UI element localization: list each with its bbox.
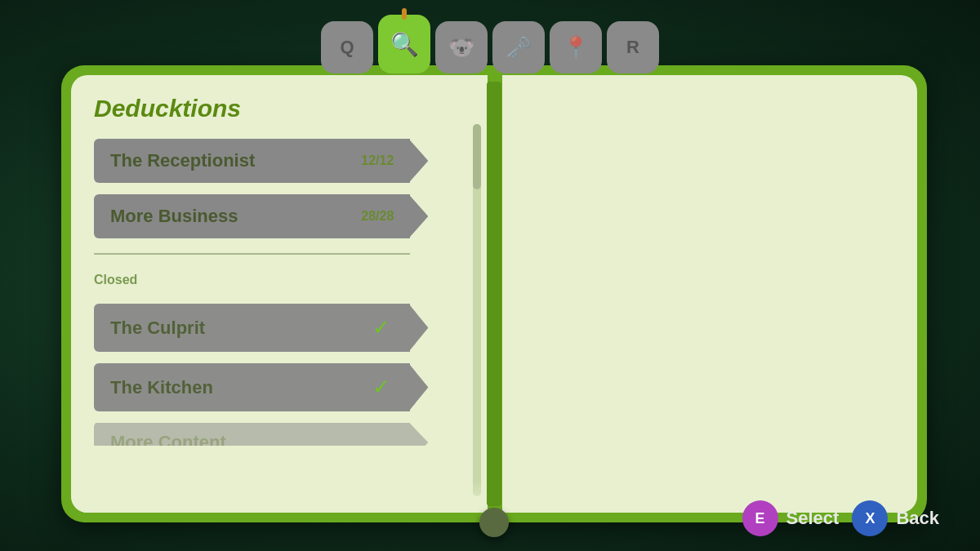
item-count: 28/28 (361, 209, 394, 224)
book: Deducktions The Receptionist 12/12 More … (61, 65, 927, 522)
scroll-thumb[interactable] (473, 124, 481, 189)
tab-search[interactable]: 🔍 (378, 15, 430, 73)
tab-bear[interactable]: 🐨 (435, 21, 488, 73)
right-page (502, 75, 917, 513)
back-label: Back (896, 508, 939, 529)
deduction-list: The Receptionist 12/12 More Business 28/… (94, 139, 465, 446)
back-button[interactable]: X Back (852, 500, 939, 536)
select-label: Select (786, 508, 840, 529)
checkmark-icon: ✓ (372, 375, 394, 400)
scroll-fade (71, 480, 488, 513)
e-label: E (755, 510, 765, 527)
left-page: Deducktions The Receptionist 12/12 More … (71, 75, 488, 513)
book-binding (479, 508, 509, 537)
list-item[interactable]: More Business 28/28 (94, 194, 453, 238)
tab-key[interactable]: 🗝️ (492, 21, 545, 73)
item-name: The Receptionist (110, 150, 255, 171)
list-item[interactable]: The Receptionist 12/12 (94, 139, 453, 183)
bear-icon: 🐨 (448, 35, 474, 60)
closed-label: Closed (94, 273, 453, 287)
select-button[interactable]: E Select (742, 500, 840, 536)
tab-q[interactable]: Q (321, 21, 373, 73)
item-name: The Culprit (110, 318, 205, 339)
r-label: R (626, 37, 639, 58)
pin-icon: 📍 (563, 35, 589, 60)
e-circle: E (742, 500, 778, 536)
x-circle: X (852, 500, 888, 536)
item-name: More Business (110, 206, 238, 227)
tab-r[interactable]: R (607, 21, 659, 73)
x-label: X (865, 510, 875, 527)
key-icon: 🗝️ (506, 35, 532, 60)
page-title: Deducktions (94, 95, 465, 122)
bottom-buttons: E Select X Back (742, 500, 939, 536)
scroll-track[interactable] (473, 124, 481, 496)
q-label: Q (340, 37, 354, 58)
tab-pin[interactable]: 📍 (550, 21, 602, 73)
list-item[interactable]: The Culprit ✓ (94, 304, 453, 352)
item-name: The Kitchen (110, 377, 213, 398)
item-count: 12/12 (361, 153, 394, 168)
book-spine (487, 82, 501, 506)
section-divider (94, 253, 410, 255)
tab-bar: Q 🔍 🐨 🗝️ 📍 R (321, 15, 659, 73)
list-item[interactable]: The Kitchen ✓ (94, 363, 453, 411)
checkmark-icon: ✓ (372, 315, 394, 340)
search-icon: 🔍 (390, 31, 419, 58)
item-name: More Content (110, 432, 226, 446)
list-item-partial: More Content (94, 423, 453, 446)
